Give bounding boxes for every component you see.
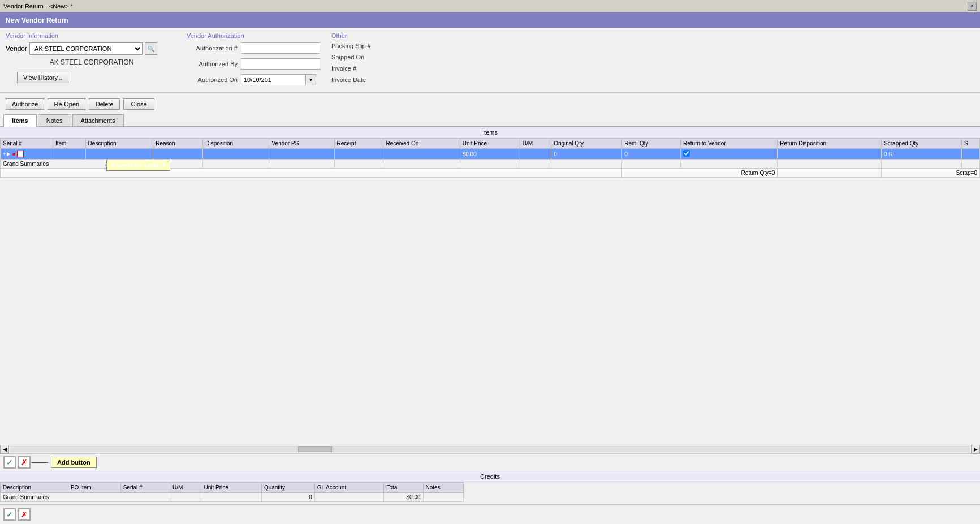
scroll-left-button[interactable]: ◀ <box>0 445 9 454</box>
scroll-track[interactable] <box>10 446 970 452</box>
items-table-container[interactable]: Serial # Item Description Reason Disposi… <box>0 138 980 445</box>
col-s: S <box>962 139 980 149</box>
vendor-label: Vendor <box>6 45 27 53</box>
items-cancel-button[interactable]: ✗ <box>18 456 31 469</box>
credits-col-unit-price: Unit Price <box>201 483 261 493</box>
credits-gs-unit-price <box>201 493 261 502</box>
col-received-on: Received On <box>383 139 460 149</box>
form-area: Vendor Information Vendor AK STEEL CORPO… <box>0 28 980 93</box>
vendor-auth-section: Vendor Authorization Authorization # Aut… <box>187 32 320 88</box>
view-history-button[interactable]: View History... <box>17 72 68 83</box>
gs-scrapped-qty <box>882 160 962 169</box>
vendor-search-button[interactable]: 🔍 <box>145 42 157 55</box>
bottom-cancel-icon: ✗ <box>21 510 28 519</box>
items-section-title: Items <box>0 127 980 138</box>
auth-on-date: 10/10/201 ▼ <box>241 74 316 85</box>
window-close-button[interactable]: × <box>968 2 977 11</box>
credits-col-gl-account: GL Account <box>314 483 384 493</box>
items-table: Serial # Item Description Reason Disposi… <box>0 138 980 178</box>
expand-icon[interactable]: + <box>3 151 6 157</box>
items-save-button[interactable]: ✓ <box>3 456 16 469</box>
bottom-save-cancel: ✓ ✗ <box>0 504 980 524</box>
header-bar: New Vendor Return <box>0 12 980 28</box>
auth-by-input[interactable] <box>241 58 320 70</box>
vendor-name: AK STEEL CORPORATION <box>8 57 175 67</box>
auth-num-row: Authorization # <box>187 42 320 54</box>
gs-disposition <box>203 160 269 169</box>
gs-received-on <box>383 160 460 169</box>
gs-s <box>962 160 980 169</box>
cell-disposition <box>203 149 269 160</box>
auth-on-calendar-button[interactable]: ▼ <box>306 74 316 85</box>
close-button[interactable]: Close <box>123 98 154 110</box>
cell-original-qty: 0 <box>551 149 622 160</box>
item-checkbox[interactable] <box>17 151 24 157</box>
col-scrapped-qty: Scrapped Qty <box>882 139 962 149</box>
col-description: Description <box>85 139 153 149</box>
arrow-line <box>31 462 48 463</box>
other-label: Other <box>331 32 444 39</box>
credits-gs-quantity: 0 <box>261 493 314 502</box>
nav-icon[interactable]: ▶ <box>7 151 11 157</box>
credits-col-po-item: PO Item <box>68 483 120 493</box>
cell-s <box>962 149 980 160</box>
invoice-num-label: Invoice # <box>331 65 382 72</box>
cell-unit-price: $0.00 <box>460 149 520 160</box>
invoice-num-row: Invoice # <box>331 65 444 72</box>
cell-reason <box>153 149 203 160</box>
col-original-qty: Original Qty <box>551 139 622 149</box>
vendor-auth-label: Vendor Authorization <box>187 32 320 39</box>
tabs-bar: Items Notes Attachments <box>0 112 980 127</box>
main-container: New Vendor Return Vendor Information Ven… <box>0 12 980 524</box>
authorize-button[interactable]: Authorize <box>6 98 44 110</box>
credits-gs-gl-account <box>314 493 384 502</box>
col-unit-price: Unit Price <box>460 139 520 149</box>
tab-items[interactable]: Items <box>3 114 37 127</box>
cell-rem-qty: 0 <box>622 149 681 160</box>
col-vendor-ps: Vendor PS <box>269 139 334 149</box>
delete-button[interactable]: Delete <box>89 98 120 110</box>
credits-grand-label: Grand Summaries <box>1 493 170 502</box>
items-cancel-icon: ✗ <box>21 458 28 467</box>
return-qty-val <box>778 169 882 178</box>
row-controls: + ▶ ● <box>3 151 50 157</box>
col-disposition: Disposition <box>203 139 269 149</box>
scroll-right-button[interactable]: ▶ <box>971 445 980 454</box>
table-row: + ▶ ● Search for serial # <box>1 149 980 160</box>
auth-on-input[interactable]: 10/10/201 <box>241 74 306 85</box>
tab-attachments[interactable]: Attachments <box>72 114 124 126</box>
items-save-icon: ✓ <box>6 458 13 467</box>
col-receipt: Receipt <box>334 139 383 149</box>
cell-received-on <box>383 149 460 160</box>
bottom-cancel-button[interactable]: ✗ <box>18 508 31 521</box>
cell-scrapped-qty: 0 R <box>882 149 962 160</box>
add-tooltip: Add button <box>51 457 97 468</box>
bottom-save-button[interactable]: ✓ <box>3 508 16 521</box>
packing-slip-label: Packing Slip # <box>331 42 382 49</box>
auth-on-row: Authorized On 10/10/201 ▼ <box>187 74 320 85</box>
scroll-thumb[interactable] <box>298 446 332 452</box>
gs-return-vendor <box>681 160 778 169</box>
horizontal-scrollbar[interactable]: ◀ ▶ <box>0 445 980 454</box>
gs-vendor-ps <box>269 160 334 169</box>
auth-by-label: Authorized By <box>187 61 238 67</box>
col-reason: Reason <box>153 139 203 149</box>
header-title: New Vendor Return <box>6 16 68 24</box>
col-return-disposition: Return Disposition <box>778 139 882 149</box>
credits-title: Credits <box>0 471 980 482</box>
auth-on-label: Authorized On <box>187 76 238 83</box>
credits-header: Description PO Item Serial # U/M Unit Pr… <box>1 483 464 493</box>
auth-num-input[interactable] <box>241 42 320 54</box>
add-tooltip-wrapper: Add button <box>51 457 97 468</box>
credits-col-total: Total <box>384 483 423 493</box>
credits-col-um: U/M <box>170 483 201 493</box>
tab-notes[interactable]: Notes <box>38 114 71 126</box>
vendor-info-label: Vendor Information <box>6 32 175 39</box>
vendor-dropdown[interactable]: AK STEEL CORPORATION <box>29 42 143 55</box>
search-tooltip: Search for serial # <box>106 160 170 171</box>
gs-um <box>520 160 551 169</box>
reopen-button[interactable]: Re-Open <box>48 98 85 110</box>
window-title-bar: Vendor Return - <New> * × <box>0 0 980 12</box>
return-to-vendor-checkbox[interactable] <box>683 150 690 157</box>
auth-by-row: Authorized By <box>187 58 320 70</box>
